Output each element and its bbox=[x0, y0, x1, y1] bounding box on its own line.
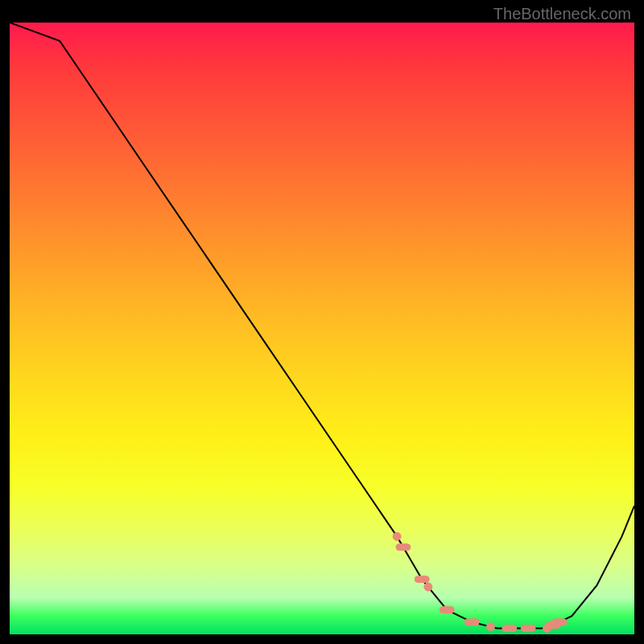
watermark-text: TheBottleneck.com bbox=[493, 5, 631, 23]
marker-group bbox=[393, 532, 567, 632]
marker-dot bbox=[487, 623, 495, 631]
marker-capsule bbox=[440, 607, 454, 613]
marker-capsule bbox=[464, 619, 479, 625]
curve-path bbox=[10, 23, 634, 628]
marker-capsule bbox=[415, 576, 429, 583]
marker-capsule bbox=[502, 625, 517, 631]
marker-dot bbox=[393, 532, 401, 540]
marker-capsule bbox=[552, 619, 567, 625]
marker-capsule bbox=[521, 625, 535, 631]
chart-svg bbox=[10, 23, 634, 634]
marker-dot bbox=[424, 583, 432, 591]
plot-area bbox=[10, 23, 634, 634]
marker-capsule bbox=[396, 544, 411, 551]
